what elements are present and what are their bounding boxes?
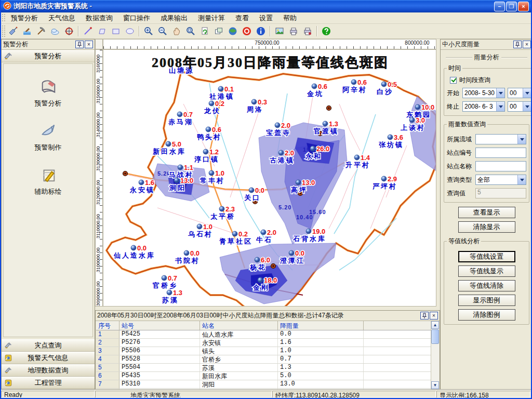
station-marker[interactable] [388, 135, 393, 140]
scroll-down-icon[interactable]: ▼ [431, 381, 439, 389]
station-marker[interactable] [323, 121, 328, 126]
station-marker[interactable] [261, 230, 266, 235]
station-marker[interactable] [166, 141, 171, 147]
清除显示-button[interactable]: 清除显示 [458, 221, 515, 233]
time-range-checkbox[interactable] [450, 77, 457, 84]
table-row[interactable]: 1P5425仙人造水库0.0 [96, 330, 439, 339]
pin-icon[interactable] [420, 312, 429, 320]
ellipse-icon[interactable] [123, 25, 136, 37]
scroll-up-icon[interactable]: ▲ [431, 321, 439, 329]
menu-item-数据查询[interactable]: 数据查询 [81, 12, 118, 24]
station-官桥乡[interactable]: 0.7官桥乡 [153, 274, 178, 289]
close-icon[interactable]: × [85, 41, 93, 48]
station-marker[interactable] [278, 150, 284, 155]
station-marker[interactable] [258, 277, 263, 283]
station-苏溪[interactable]: 1.3苏溪 [162, 289, 182, 304]
query-type-select[interactable]: 全部 [475, 175, 526, 185]
refresh-icon[interactable] [198, 25, 211, 37]
table-row-partial[interactable] [96, 389, 439, 389]
station-marker[interactable] [209, 101, 214, 106]
station-marker[interactable] [415, 104, 420, 110]
table-row[interactable]: 2P5276永安镇1.6 [96, 339, 439, 347]
station-marker[interactable] [381, 176, 387, 181]
station-marker[interactable] [174, 178, 179, 183]
close-icon[interactable]: × [523, 41, 531, 48]
station-新田水库[interactable]: 5.0新田水库 [152, 140, 186, 155]
table-scrollbar[interactable]: ▲ ▼ [431, 321, 439, 389]
menu-item-查看[interactable]: 查看 [230, 12, 254, 24]
end-date-picker[interactable]: 2008- 6- 3 [462, 101, 505, 112]
left-panel-bar-预警天气信息[interactable]: 预警天气信息 [2, 352, 95, 364]
zoom-out-icon[interactable] [156, 25, 169, 37]
station-marker[interactable] [354, 155, 360, 160]
left-panel-item-预警制作[interactable]: 预警制作 [4, 122, 92, 152]
print-preview-icon[interactable] [301, 25, 314, 37]
zoom-in-icon[interactable] [142, 25, 155, 37]
basin-select[interactable] [475, 134, 526, 144]
station-marker[interactable] [218, 86, 223, 91]
pin-icon[interactable] [75, 41, 84, 48]
query-value-input[interactable]: 5 [475, 188, 526, 198]
flood-icon[interactable] [20, 25, 33, 37]
menu-item-预警分析[interactable]: 预警分析 [6, 12, 43, 24]
pin-icon[interactable] [513, 41, 522, 48]
menu-item-窗口操作[interactable]: 窗口操作 [118, 12, 155, 24]
left-panel-item-预警分析[interactable]: 预警分析 [4, 77, 92, 108]
toolbar-grip[interactable] [2, 25, 5, 37]
layers-icon[interactable] [212, 25, 225, 37]
station-name-input[interactable] [475, 161, 526, 171]
image-icon[interactable] [273, 25, 286, 37]
station-marker[interactable] [289, 250, 294, 256]
start-hour-picker[interactable]: 00 [508, 88, 531, 98]
rectangle-icon[interactable] [109, 25, 122, 37]
station-marker[interactable] [209, 170, 214, 176]
等值线显示-button[interactable]: 等值线显示 [458, 265, 515, 277]
station-marker[interactable] [381, 82, 387, 87]
left-panel-bar-地理数据查询[interactable]: 地理数据查询 [2, 364, 95, 377]
station-marker[interactable] [351, 79, 356, 85]
stop-icon[interactable] [240, 25, 253, 37]
table-row[interactable]: 6P5435新田水库5.0 [96, 372, 439, 380]
station-marker[interactable] [275, 123, 280, 128]
minimize-button[interactable]: – [494, 2, 505, 11]
menu-item-成果输出[interactable]: 成果输出 [155, 12, 193, 24]
satellite-icon[interactable] [6, 25, 19, 37]
cloud-icon[interactable] [48, 25, 61, 37]
menu-item-天气信息[interactable]: 天气信息 [43, 12, 81, 24]
line-icon[interactable] [81, 25, 94, 37]
station-marker[interactable] [139, 180, 144, 185]
station-marker[interactable] [306, 229, 311, 234]
left-panel-bar-工程管理[interactable]: 工程管理 [2, 377, 95, 389]
table-row[interactable]: 5P5504苏溪1.3 [96, 364, 439, 372]
station-marker[interactable] [409, 117, 415, 123]
查看显示-button[interactable]: 查看显示 [458, 207, 515, 218]
table-row[interactable]: 4P5528官桥乡0.7 [96, 355, 439, 364]
start-date-picker[interactable]: 2008- 5-30 [462, 88, 505, 98]
menu-grip[interactable] [2, 14, 5, 22]
station-marker[interactable] [296, 180, 301, 185]
chevron-down-icon[interactable] [496, 88, 504, 98]
help-icon[interactable] [320, 25, 332, 37]
station-marker[interactable] [167, 290, 172, 295]
table-row[interactable]: 7P5310洞阳13.0 [96, 380, 439, 389]
menu-item-测量计算[interactable]: 测量计算 [193, 12, 230, 24]
chevron-down-icon[interactable] [496, 102, 504, 111]
zoom-window-icon[interactable] [184, 25, 197, 37]
chevron-down-icon[interactable] [517, 135, 526, 144]
清除图例-button[interactable]: 清除图例 [458, 309, 515, 321]
station-marker[interactable] [177, 112, 182, 117]
scroll-thumb[interactable] [431, 329, 439, 344]
end-hour-picker[interactable]: 00 [508, 101, 531, 112]
station-marker[interactable] [249, 188, 254, 193]
station-marker[interactable] [178, 165, 183, 170]
station-marker[interactable] [312, 84, 317, 89]
restore-button[interactable]: ❐ [506, 2, 517, 11]
station-marker[interactable] [197, 224, 202, 229]
left-panel-item-辅助标绘[interactable]: 辅助标绘 [4, 166, 92, 196]
pick-icon[interactable] [34, 25, 47, 37]
station-marker[interactable] [184, 250, 189, 256]
station-marker[interactable] [251, 99, 257, 104]
target-icon[interactable] [62, 25, 75, 37]
station-id-input[interactable] [475, 148, 526, 158]
chevron-down-icon[interactable] [517, 175, 526, 184]
